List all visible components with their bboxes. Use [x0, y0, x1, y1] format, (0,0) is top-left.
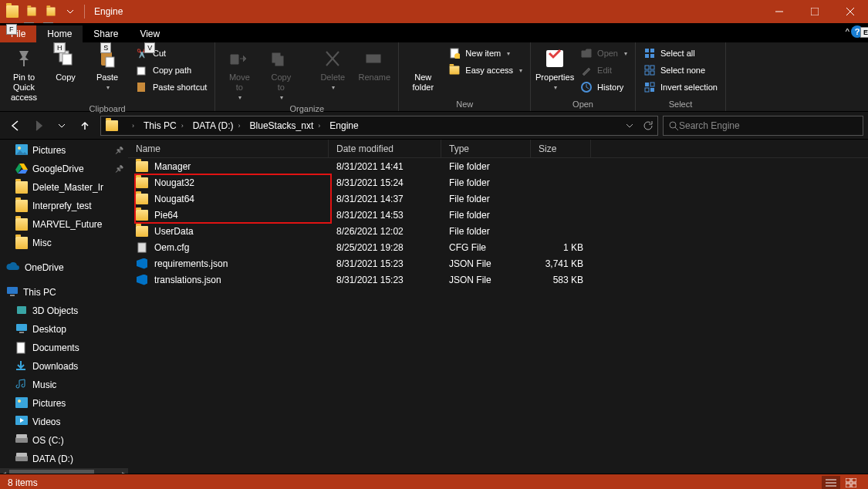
- sidebar-item[interactable]: Music: [0, 376, 128, 394]
- copy-to-button[interactable]: Copy to▾: [262, 45, 300, 103]
- invert-selection-button[interactable]: Invert selection: [640, 79, 721, 96]
- sidebar-item-pictures[interactable]: Pictures: [0, 141, 128, 160]
- sidebar-item-googledrive[interactable]: GoogleDrive: [0, 160, 128, 178]
- qat-properties[interactable]: 1: [22, 2, 41, 21]
- minimize-button[interactable]: [762, 0, 797, 23]
- group-label: Select: [640, 98, 721, 110]
- svg-rect-57: [852, 484, 856, 487]
- up-button[interactable]: [74, 115, 96, 137]
- sidebar-item[interactable]: Documents: [0, 339, 128, 357]
- key-hint: E: [860, 27, 868, 38]
- crumb-bluestacks[interactable]: BlueStacks_nxt›: [245, 116, 326, 135]
- sidebar-item[interactable]: Misc: [0, 234, 128, 252]
- sidebar-item-label: Music: [32, 379, 56, 390]
- delete-button[interactable]: Delete▾: [313, 45, 352, 93]
- address-bar[interactable]: › This PC› DATA (D:)› BlueStacks_nxt› En…: [100, 116, 658, 136]
- history-button[interactable]: History: [577, 79, 630, 96]
- file-row[interactable]: Nougat328/31/2021 15:24File folder: [128, 174, 868, 191]
- crumb-chevron[interactable]: ›: [123, 116, 139, 135]
- svg-rect-9: [106, 57, 114, 67]
- maximize-button[interactable]: [797, 0, 833, 23]
- sidebar-item[interactable]: 3D Objects: [0, 302, 128, 320]
- tab-file[interactable]: File F: [0, 25, 36, 42]
- sidebar-item[interactable]: Delete_Master_Ir: [0, 178, 128, 197]
- col-type[interactable]: Type: [441, 140, 531, 157]
- open-button[interactable]: Open▾: [577, 45, 630, 62]
- sidebar-scrollbar[interactable]: ◂▸: [0, 468, 128, 474]
- file-row[interactable]: Manager8/31/2021 14:41File folder: [128, 158, 868, 174]
- properties-button[interactable]: Properties▾: [535, 45, 574, 93]
- col-name[interactable]: Name: [128, 140, 329, 157]
- sidebar-item[interactable]: Interprefy_test: [0, 197, 128, 215]
- file-row[interactable]: Pie648/31/2021 14:53File folder: [128, 207, 868, 223]
- sidebar-item[interactable]: MARVEL_Future: [0, 215, 128, 234]
- qat-folder-icon[interactable]: [3, 2, 22, 21]
- file-row[interactable]: UserData8/26/2021 12:02File folder: [128, 223, 868, 239]
- collapse-ribbon-icon[interactable]: ^: [846, 27, 849, 36]
- edit-button[interactable]: Edit: [577, 62, 630, 79]
- select-none-button[interactable]: Select none: [640, 62, 721, 79]
- new-item-button[interactable]: New item▾: [445, 45, 525, 62]
- tab-home[interactable]: HomeH: [36, 25, 83, 42]
- back-button[interactable]: [5, 115, 26, 137]
- sidebar-item-label: Desktop: [32, 324, 66, 335]
- col-size[interactable]: Size: [531, 140, 591, 157]
- tab-share[interactable]: ShareS: [83, 25, 129, 42]
- pin-to-quick-access[interactable]: Pin to Quick access: [5, 45, 43, 103]
- sidebar-onedrive[interactable]: OneDrive: [0, 258, 128, 277]
- tab-view[interactable]: ViewV: [129, 25, 171, 42]
- svg-rect-26: [650, 66, 654, 69]
- invert-icon: [643, 81, 656, 93]
- file-row[interactable]: Oem.cfg8/25/2021 19:28CFG File1 KB: [128, 239, 868, 255]
- file-type: File folder: [441, 161, 531, 172]
- svg-rect-46: [15, 437, 28, 443]
- easy-access-button[interactable]: Easy access▾: [445, 62, 525, 79]
- select-all-button[interactable]: Select all: [640, 45, 721, 62]
- crumb-engine[interactable]: Engine: [325, 116, 363, 135]
- svg-rect-54: [846, 478, 850, 482]
- file-type: File folder: [441, 194, 531, 204]
- file-size: 3,741 KB: [531, 258, 591, 269]
- recent-dropdown[interactable]: [51, 115, 73, 137]
- close-button[interactable]: [833, 0, 868, 23]
- search-input[interactable]: [679, 120, 858, 131]
- folder-icon: [15, 181, 28, 194]
- file-row[interactable]: requirements.json8/31/2021 15:23JSON Fil…: [128, 255, 868, 271]
- rename-button[interactable]: Rename: [355, 45, 393, 83]
- copy-path-icon: [136, 64, 148, 76]
- sidebar-item[interactable]: Downloads: [0, 357, 128, 376]
- new-folder-icon: [410, 46, 435, 71]
- forward-button[interactable]: [28, 115, 49, 137]
- copy-button[interactable]: Copy: [46, 45, 85, 83]
- refresh-button[interactable]: [639, 116, 657, 135]
- gdrive-icon: [15, 163, 28, 175]
- col-date[interactable]: Date modified: [329, 140, 441, 157]
- file-row[interactable]: translations.json8/31/2021 15:23JSON Fil…: [128, 271, 868, 288]
- svg-rect-31: [645, 88, 649, 92]
- sidebar-item[interactable]: Desktop: [0, 320, 128, 339]
- new-folder-button[interactable]: New folder: [404, 45, 442, 93]
- sidebar-thispc[interactable]: This PC: [0, 283, 128, 302]
- key-hint: H: [54, 42, 66, 53]
- sidebar-item[interactable]: Videos: [0, 413, 128, 431]
- addr-dropdown[interactable]: [620, 116, 639, 135]
- search-box[interactable]: [663, 116, 863, 136]
- thumbnails-view-button[interactable]: [842, 476, 860, 490]
- help-button[interactable]: ?E: [851, 25, 863, 38]
- copy-path-button[interactable]: Copy path: [133, 62, 210, 79]
- sidebar-item[interactable]: Pictures: [0, 394, 128, 413]
- qat-newfolder[interactable]: 2: [42, 2, 60, 21]
- column-headers[interactable]: Name Date modified Type Size: [128, 140, 868, 158]
- file-row[interactable]: Nougat648/31/2021 14:37File folder: [128, 191, 868, 207]
- paste-shortcut-button[interactable]: Paste shortcut: [133, 79, 210, 96]
- folder-icon: [136, 177, 148, 188]
- details-view-button[interactable]: [822, 476, 840, 490]
- qat-customize[interactable]: [61, 2, 79, 21]
- folder-icon: [136, 161, 148, 172]
- sidebar[interactable]: Pictures GoogleDrive Delete_Master_Ir In…: [0, 140, 128, 474]
- crumb-data-d[interactable]: DATA (D:)›: [188, 116, 245, 135]
- sidebar-item[interactable]: OS (C:): [0, 431, 128, 450]
- move-to-button[interactable]: Move to▾: [220, 45, 258, 103]
- sidebar-item[interactable]: DATA (D:): [0, 450, 128, 468]
- crumb-thispc[interactable]: This PC›: [139, 116, 188, 135]
